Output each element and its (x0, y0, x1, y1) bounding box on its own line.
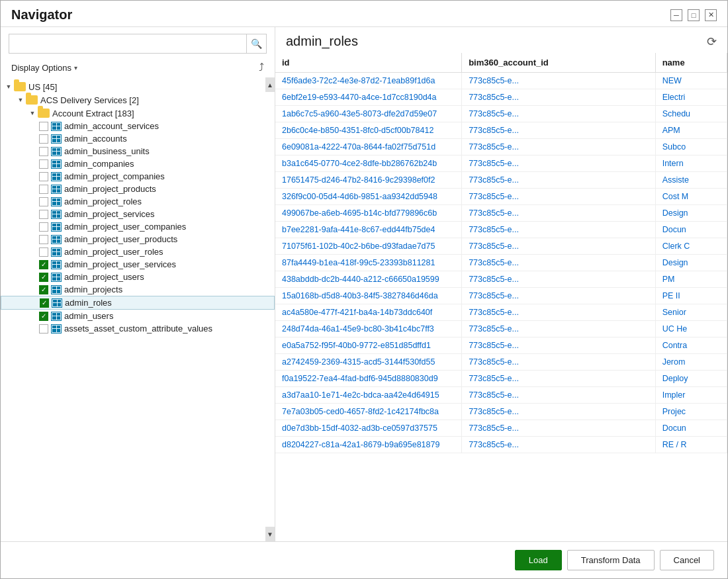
checkbox-t15[interactable] (40, 298, 49, 308)
tree-node-us[interactable]: ▼US [45] (1, 80, 275, 93)
tree-node-t12[interactable]: admin_project_user_services (1, 258, 275, 271)
transform-data-button[interactable]: Transform Data (567, 550, 655, 570)
checkbox-t2[interactable] (39, 134, 48, 144)
table-row[interactable]: 1ab6c7c5-a960-43e5-8073-dfe2d7d59e07773c… (275, 106, 727, 122)
checkbox-t5[interactable] (39, 172, 48, 181)
table-row[interactable]: f0a19522-7ea4-4fad-bdf6-945d8880830d9773… (275, 371, 727, 387)
checkbox-t16[interactable] (39, 312, 48, 321)
expand-icon[interactable]: ▼ (27, 108, 38, 118)
refresh-icon: ⟳ (707, 35, 717, 48)
table-icon (51, 172, 62, 181)
cell-bim-19: 773c85c5-e... (462, 387, 656, 404)
checkbox-t6[interactable] (39, 185, 48, 194)
maximize-button[interactable]: □ (688, 9, 700, 21)
table-row[interactable]: a3d7aa10-1e71-4e2c-bdca-aa42e4d64915773c… (275, 387, 727, 404)
cancel-button[interactable]: Cancel (660, 550, 714, 570)
node-label-t3: admin_business_units (64, 146, 150, 156)
table-row[interactable]: 71075f61-102b-40c2-b6be-d93fadae7d75773c… (275, 238, 727, 255)
table-row[interactable]: 87fa4449-b1ea-418f-99c5-23393b811281773c… (275, 255, 727, 271)
checkbox-t9[interactable] (39, 222, 48, 232)
table-icon (51, 134, 62, 144)
table-row[interactable]: 326f9c00-05d4-4d6b-9851-aa9342dd5948773c… (275, 189, 727, 205)
tree-node-t8[interactable]: admin_project_services (1, 208, 275, 220)
refresh-button[interactable]: ⟳ (707, 34, 717, 49)
tree-node-t4[interactable]: admin_companies (1, 157, 275, 170)
table-row[interactable]: 45f6ade3-72c2-4e3e-87d2-71eab89f1d6a773c… (275, 73, 727, 89)
table-row[interactable]: b7ee2281-9afa-441e-8c67-edd44fb75de4773c… (275, 222, 727, 238)
tree-node-t14[interactable]: admin_projects (1, 283, 275, 296)
tree-node-t15[interactable]: admin_roles (1, 296, 275, 310)
node-label-t10: admin_project_user_products (64, 234, 177, 244)
cell-name-1: Electri (655, 89, 727, 106)
table-row[interactable]: 6e09081a-4222-470a-8644-fa02f75d751d773c… (275, 139, 727, 156)
tree-node-t17[interactable]: assets_asset_custom_attribute_values (1, 322, 275, 335)
expand-icon[interactable]: ▼ (15, 95, 26, 105)
load-button[interactable]: Load (515, 550, 562, 570)
table-row[interactable]: e0a5a752-f95f-40b0-9772-e851d85dffd1773c… (275, 337, 727, 354)
checkbox-t7[interactable] (39, 197, 48, 206)
cell-bim-9: 773c85c5-e... (462, 222, 656, 238)
tree-node-t11[interactable]: admin_project_user_roles (1, 245, 275, 258)
tree-node-t2[interactable]: admin_accounts (1, 132, 275, 145)
tree-node-t6[interactable]: admin_project_products (1, 183, 275, 195)
tree-node-acs[interactable]: ▼ACS Delivery Services [2] (1, 93, 275, 107)
expand-icon[interactable]: ▼ (3, 81, 14, 92)
left-panel: 🔍 Display Options ▾ ⤴ ▼US [45]▼ACS Deliv… (1, 27, 275, 541)
cell-bim-17: 773c85c5-e... (462, 354, 656, 371)
cell-bim-7: 773c85c5-e... (462, 189, 656, 205)
cell-bim-14: 773c85c5-e... (462, 304, 656, 321)
cell-name-5: Intern (655, 156, 727, 172)
checkbox-t12[interactable] (39, 260, 48, 269)
cell-bim-13: 773c85c5-e... (462, 288, 656, 304)
tree-node-t7[interactable]: admin_project_roles (1, 195, 275, 208)
table-row[interactable]: d0e7d3bb-15df-4032-ad3b-ce0597d37575773c… (275, 420, 727, 437)
table-row[interactable]: 248d74da-46a1-45e9-bc80-3b41c4bc7ff3773c… (275, 321, 727, 337)
tree-node-t10[interactable]: admin_project_user_products (1, 233, 275, 245)
cell-bim-16: 773c85c5-e... (462, 337, 656, 354)
table-row[interactable]: 7e7a03b05-ced0-4657-8fd2-1c42174fbc8a773… (275, 404, 727, 420)
search-button[interactable]: 🔍 (246, 34, 266, 53)
data-table-wrap[interactable]: id bim360_account_id name 45f6ade3-72c2-… (275, 53, 727, 541)
table-row[interactable]: ac4a580e-477f-421f-ba4a-14b73ddc640f773c… (275, 304, 727, 321)
table-row[interactable]: 15a0168b-d5d8-40b3-84f5-3827846d46da773c… (275, 288, 727, 304)
table-row[interactable]: 17651475-d246-47b2-8416-9c29398ef0f2773c… (275, 172, 727, 189)
minimize-button[interactable]: ─ (670, 9, 682, 21)
tree-area[interactable]: ▼US [45]▼ACS Delivery Services [2]▼Accou… (1, 77, 275, 541)
checkbox-t11[interactable] (39, 247, 48, 257)
cell-name-3: APM (655, 122, 727, 139)
upload-button[interactable]: ⤴ (256, 60, 267, 75)
tree-node-account_extract[interactable]: ▼Account Extract [183] (1, 107, 275, 120)
table-row[interactable]: 499067be-a6eb-4695-b14c-bfd779896c6b773c… (275, 205, 727, 222)
checkbox-t13[interactable] (39, 273, 48, 282)
checkbox-t3[interactable] (39, 147, 48, 156)
table-row[interactable]: a2742459-2369-4315-acd5-3144f530fd55773c… (275, 354, 727, 371)
table-row[interactable]: 438abddb-dc2b-4440-a212-c66650a19599773c… (275, 271, 727, 288)
display-options-button[interactable]: Display Options ▾ (9, 62, 80, 74)
tree-node-t9[interactable]: admin_project_user_companies (1, 220, 275, 233)
checkbox-t1[interactable] (39, 122, 48, 131)
table-title: admin_roles (286, 34, 358, 49)
tree-node-t13[interactable]: admin_project_users (1, 271, 275, 283)
folder-icon (38, 109, 50, 118)
scroll-up-arrow[interactable]: ▲ (265, 77, 275, 92)
tree-node-t5[interactable]: admin_project_companies (1, 170, 275, 183)
table-row[interactable]: d8204227-c81a-42a1-8679-b9a695e81879773c… (275, 437, 727, 453)
checkbox-t8[interactable] (39, 210, 48, 219)
checkbox-t17[interactable] (39, 324, 48, 334)
display-options-bar: Display Options ▾ ⤴ (1, 58, 275, 77)
cell-id-15: 248d74da-46a1-45e9-bc80-3b41c4bc7ff3 (275, 321, 462, 337)
table-icon (51, 324, 62, 334)
checkbox-t14[interactable] (39, 285, 48, 294)
tree-node-t16[interactable]: admin_users (1, 310, 275, 322)
checkbox-t10[interactable] (39, 235, 48, 244)
table-row[interactable]: 2b6c0c4e-b850-4351-8fc0-d5cf00b78412773c… (275, 122, 727, 139)
scroll-down-arrow[interactable]: ▼ (265, 527, 275, 541)
tree-node-t1[interactable]: admin_account_services (1, 120, 275, 132)
table-row[interactable]: 6ebf2e19-e593-4470-a4ce-1d7cc8190d4a773c… (275, 89, 727, 106)
checkbox-t4[interactable] (39, 159, 48, 169)
tree-node-t3[interactable]: admin_business_units (1, 145, 275, 157)
table-row[interactable]: b3a1c645-0770-4ce2-8dfe-bb286762b24b773c… (275, 156, 727, 172)
search-input[interactable] (9, 36, 246, 52)
close-button[interactable]: ✕ (705, 9, 717, 21)
table-icon (51, 147, 62, 156)
